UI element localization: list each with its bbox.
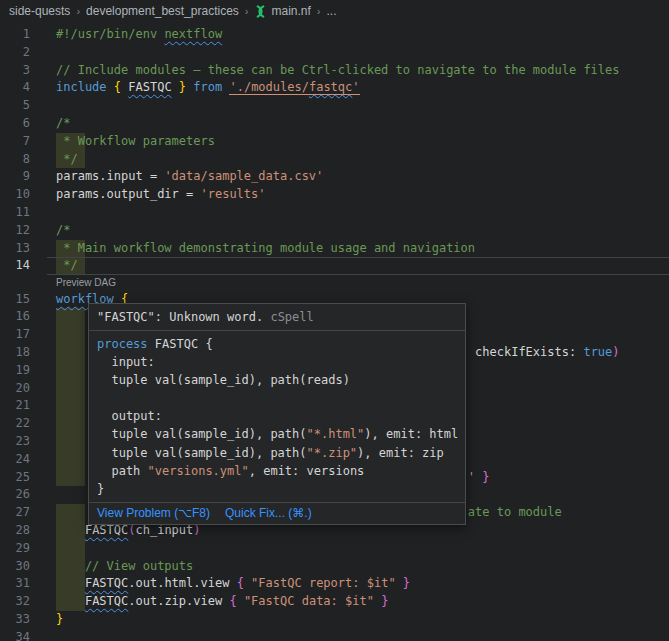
code-token: }	[403, 576, 410, 590]
code-token: /*	[56, 223, 70, 237]
code-token: FASTQC {	[148, 337, 213, 351]
code-line-6[interactable]: 6/*	[0, 115, 669, 133]
hover-code-line: tuple val(sample_id), path("*.html"), em…	[97, 425, 457, 443]
code-token: "FastQC data: $it"	[244, 594, 374, 608]
line-number: 26	[0, 486, 30, 504]
code-line-34[interactable]: 34	[0, 629, 669, 641]
scope-highlight-decoration	[56, 380, 85, 398]
code-line-32[interactable]: 32 FASTQC.out.zip.view { "FastQC data: $…	[0, 593, 669, 611]
code-token: true	[583, 345, 612, 359]
line-number: 2	[0, 44, 30, 62]
breadcrumb-item-symbol-ellipsis[interactable]: ...	[327, 4, 337, 18]
diagnostic-source: cSpell	[263, 310, 314, 324]
nextflow-logo-icon	[254, 5, 267, 18]
scope-highlight-decoration	[56, 326, 85, 344]
code-token: }	[381, 594, 388, 608]
line-number: 18	[0, 344, 30, 362]
code-line-3[interactable]: 3// Include modules – these can be Ctrl-…	[0, 62, 669, 80]
code-line-12[interactable]: 12/*	[0, 222, 669, 240]
breadcrumb-item-main-nf[interactable]: main.nf	[254, 4, 310, 18]
code-token: path	[97, 464, 148, 478]
diagnostic-hover-widget: "FASTQC": Unknown word. cSpell process F…	[88, 303, 466, 525]
spellcheck-flagged-token: fastqc	[309, 80, 352, 95]
line-number: 9	[0, 168, 30, 186]
code-token: params.output_dir =	[56, 187, 201, 201]
code-line-5[interactable]: 5	[0, 97, 669, 115]
code-line-29[interactable]: 29	[0, 540, 669, 558]
line-number: 5	[0, 97, 30, 115]
code-token: 'results'	[201, 187, 266, 201]
code-token: {	[229, 594, 236, 608]
code-line-content: * Workflow parameters	[56, 134, 215, 148]
code-token: include	[56, 80, 114, 94]
quick-fix-link[interactable]: Quick Fix... (⌘.)	[225, 506, 312, 521]
breadcrumb-separator: ›	[317, 5, 321, 17]
code-line-14[interactable]: 14 */	[0, 257, 669, 275]
code-line-content: params.output_dir = 'results'	[56, 187, 266, 201]
code-line-9[interactable]: 9params.input = 'data/sample_data.csv'	[0, 168, 669, 186]
code-line-content: #!/usr/bin/env nextflow	[56, 27, 222, 41]
line-number: 11	[0, 204, 30, 222]
line-number: 1	[0, 26, 30, 44]
code-token: "versions.yml"	[148, 464, 249, 478]
line-number: 29	[0, 540, 30, 558]
line-number: 30	[0, 558, 30, 576]
code-token: '	[468, 470, 475, 484]
code-line-10[interactable]: 10params.output_dir = 'results'	[0, 186, 669, 204]
hover-code-line: output:	[97, 407, 457, 425]
code-token	[56, 594, 85, 608]
code-line-7[interactable]: 7 * Workflow parameters	[0, 133, 669, 151]
code-line-11[interactable]: 11	[0, 204, 669, 222]
code-token: tuple val(sample_id), path(reads)	[97, 373, 350, 387]
line-number: 28	[0, 522, 30, 540]
code-token: #!/usr/bin/env	[56, 27, 164, 41]
code-token: params.input =	[56, 169, 164, 183]
code-line-31[interactable]: 31 FASTQC.out.html.view { "FastQC report…	[0, 575, 669, 593]
code-token: * Workflow parameters	[56, 134, 215, 148]
hover-code-preview: process FASTQC { input: tuple val(sample…	[89, 331, 465, 502]
code-token	[56, 523, 85, 537]
line-number: 20	[0, 380, 30, 398]
code-line-4[interactable]: 4include { FASTQC } from './modules/fast…	[0, 79, 669, 97]
diagnostic-message: "FASTQC": Unknown word.	[97, 310, 263, 324]
code-token: "*.zip"	[307, 446, 358, 460]
scope-highlight-decoration	[56, 362, 85, 380]
line-number: 32	[0, 593, 30, 611]
code-token: (	[128, 523, 135, 537]
code-token: {	[114, 80, 121, 94]
line-number: 34	[0, 629, 30, 641]
spellcheck-flagged-token: FASTQC	[85, 594, 128, 608]
breadcrumb-item-development-best-practices[interactable]: development_best_practices	[86, 4, 239, 18]
code-line-2[interactable]: 2	[0, 44, 669, 62]
code-line-1[interactable]: 1#!/usr/bin/env nextflow	[0, 26, 669, 44]
line-number: 10	[0, 186, 30, 204]
codelens-preview-dag[interactable]: Preview DAG	[0, 275, 669, 291]
breadcrumb-item-side-quests[interactable]: side-quests	[9, 4, 70, 18]
code-line-30[interactable]: 30 // View outputs	[0, 558, 669, 576]
view-problem-link[interactable]: View Problem (⌥F8)	[97, 506, 210, 521]
line-number: 4	[0, 79, 30, 97]
code-token: from	[193, 80, 229, 94]
scope-highlight-decoration	[56, 415, 85, 433]
code-line-content: /*	[56, 116, 70, 130]
code-token: )	[193, 523, 200, 537]
code-token: // View outputs	[56, 559, 193, 573]
line-number: 31	[0, 575, 30, 593]
code-token: input:	[97, 355, 155, 369]
scope-highlight-decoration	[56, 308, 85, 326]
diagnostic-message-row: "FASTQC": Unknown word. cSpell	[89, 304, 465, 330]
code-token	[237, 594, 244, 608]
line-number: 33	[0, 611, 30, 629]
code-line-33[interactable]: 33}	[0, 611, 669, 629]
line-number: 25	[0, 469, 30, 487]
breadcrumb-separator: ›	[245, 5, 249, 17]
code-token: output:	[97, 409, 162, 423]
code-line-8[interactable]: 8 */	[0, 151, 669, 169]
code-token: '	[352, 80, 359, 95]
hover-code-line	[97, 389, 457, 407]
line-number: 19	[0, 362, 30, 380]
line-number: 12	[0, 222, 30, 240]
code-line-13[interactable]: 13 * Main workflow demonstrating module …	[0, 240, 669, 258]
line-number: 21	[0, 397, 30, 415]
code-token: tuple val(sample_id), path(	[97, 446, 307, 460]
